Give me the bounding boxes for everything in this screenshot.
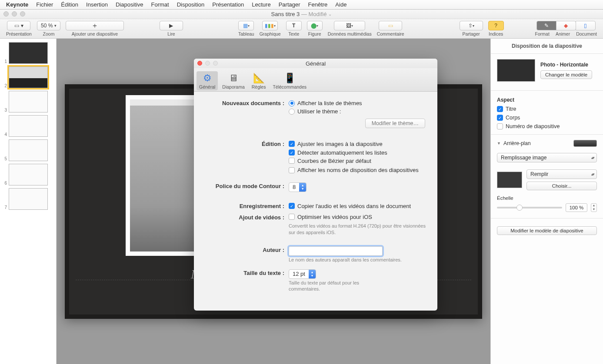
- text-size-label: Taille du texte :: [203, 269, 289, 276]
- adding-videos-label: Ajout de vidéos :: [203, 214, 289, 221]
- choose-image-button[interactable]: Choisir...: [526, 182, 597, 190]
- author-help: Le nom des auteurs apparaît dans les com…: [289, 257, 428, 263]
- text-button[interactable]: T: [286, 21, 302, 30]
- animate-panel-button[interactable]: ◆: [556, 21, 576, 30]
- fill-type-select[interactable]: Remplissage image▴▾: [497, 153, 597, 162]
- scale-stepper[interactable]: ▲▼: [591, 203, 597, 212]
- share-button[interactable]: ⇧ ▾: [460, 21, 483, 30]
- checkbox-icon[interactable]: [497, 123, 503, 129]
- menu-help[interactable]: Aide: [335, 1, 346, 8]
- add-slide-button[interactable]: ＋: [66, 21, 124, 30]
- layout-name: Photo - Horizontale: [540, 62, 597, 68]
- animate-label: Animer: [556, 31, 570, 36]
- title-chevron-icon[interactable]: ⌄: [328, 12, 332, 17]
- close-icon[interactable]: [3, 11, 9, 17]
- scale-slider[interactable]: [497, 207, 562, 208]
- tab-remotes[interactable]: 📱Télécommandes: [270, 71, 309, 90]
- checkbox-icon[interactable]: ✓: [497, 115, 503, 121]
- view-mode-button[interactable]: ▭ ▾: [7, 21, 30, 30]
- media-button[interactable]: 🖼 ▾: [334, 21, 365, 30]
- table-label: Tableau: [238, 31, 254, 36]
- monitor-icon: 🖥: [227, 72, 240, 84]
- play-label: Lire: [167, 31, 175, 36]
- adding-videos-help: Convertit les vidéos au format H.264 (72…: [289, 223, 428, 236]
- tab-rulers[interactable]: 📐Règles: [249, 71, 269, 90]
- slide-thumb-4[interactable]: 4: [0, 114, 56, 138]
- system-menubar[interactable]: Keynote Fichier Édition Insertion Diapos…: [0, 0, 603, 10]
- menu-slide[interactable]: Diapositive: [116, 1, 143, 8]
- checkbox-fit-images[interactable]: ✓Ajuster les images à la diapositive: [289, 141, 383, 147]
- outline-font-select[interactable]: 8▲▼: [289, 182, 306, 192]
- checkbox-bezier[interactable]: Courbes de Bézier par défaut: [289, 158, 371, 164]
- slide-thumb-5[interactable]: 5: [0, 138, 56, 162]
- background-disclosure[interactable]: ▼ Arrière-plan: [491, 138, 603, 149]
- scale-mode-select[interactable]: Remplir▴▾: [526, 169, 597, 179]
- dialog-titlebar[interactable]: Général: [194, 59, 437, 68]
- disclosure-triangle-icon[interactable]: ▼: [497, 141, 501, 146]
- minimize-icon[interactable]: [12, 11, 17, 17]
- menu-insert[interactable]: Insertion: [86, 1, 108, 8]
- modify-theme-button[interactable]: Modifier le thème…: [365, 119, 425, 128]
- format-panel-button[interactable]: ✎: [536, 21, 556, 30]
- checkbox-icon[interactable]: ✓: [497, 106, 503, 112]
- checkbox-optimize-videos[interactable]: Optimiser les vidéos pour iOS: [289, 214, 372, 220]
- slide-thumb-6[interactable]: 6: [0, 162, 56, 187]
- fullscreen-icon[interactable]: [20, 11, 25, 17]
- slide-navigator[interactable]: 1 2 3 4 5 6 7: [0, 39, 57, 364]
- title-checkbox-row[interactable]: ✓Titre: [491, 105, 603, 113]
- radio-show-theme-list[interactable]: Afficher la liste de thèmes: [289, 100, 362, 106]
- play-button[interactable]: ▶: [160, 21, 183, 30]
- edit-master-button[interactable]: Modifier le modèle de diapositive: [497, 226, 597, 235]
- change-layout-button[interactable]: Changer le modèle: [540, 70, 592, 79]
- body-checkbox-row[interactable]: ✓Corps: [491, 113, 603, 122]
- chart-label: Graphique: [260, 31, 281, 36]
- shape-button[interactable]: ⬤ ▾: [307, 21, 323, 30]
- window-traffic-lights[interactable]: [3, 11, 25, 17]
- comment-label: Commentaire: [377, 31, 404, 36]
- menu-file[interactable]: Fichier: [36, 1, 53, 8]
- chart-button[interactable]: ▮▮▮ ▾: [262, 21, 278, 30]
- text-size-select[interactable]: 12 pt▲▼: [289, 269, 316, 279]
- radio-use-theme[interactable]: Utiliser le thème :: [289, 108, 341, 115]
- share-label: Partager: [462, 31, 480, 36]
- tips-button[interactable]: ?: [488, 21, 504, 30]
- format-label: Format: [535, 31, 550, 36]
- media-label: Données multimédias: [328, 31, 372, 36]
- slide-thumb-7[interactable]: 7: [0, 187, 56, 211]
- main-toolbar: ▭ ▾ Présentation 50 % ▾ Zoom ＋ Ajouter u…: [0, 19, 603, 39]
- text-size-help: Taille du texte par défaut pour les comm…: [289, 280, 363, 293]
- menu-view[interactable]: Présentation: [212, 1, 244, 8]
- recording-label: Enregistrement :: [203, 202, 289, 209]
- dialog-close-icon[interactable]: [197, 61, 202, 66]
- menu-app[interactable]: Keynote: [6, 1, 28, 8]
- dialog-zoom-icon: [213, 61, 218, 66]
- author-input[interactable]: [289, 246, 383, 256]
- menu-edit[interactable]: Édition: [61, 1, 78, 8]
- tab-general[interactable]: ⚙︎Général: [197, 71, 218, 90]
- menu-arrange[interactable]: Disposition: [177, 1, 205, 8]
- table-button[interactable]: ▦ ▾: [238, 21, 254, 30]
- background-swatch[interactable]: [573, 140, 597, 147]
- slide-thumb-3[interactable]: 3: [0, 89, 56, 114]
- slide-thumb-1[interactable]: 1: [0, 41, 56, 65]
- menu-window[interactable]: Fenêtre: [308, 1, 328, 8]
- slide-number-checkbox-row[interactable]: Numéro de diapositive: [491, 122, 603, 131]
- text-label: Texte: [288, 31, 299, 36]
- comment-button[interactable]: ▭: [379, 21, 402, 30]
- document-label: Document: [576, 31, 597, 36]
- checkbox-detect-lists[interactable]: ✓Détecter automatiquement les listes: [289, 149, 387, 156]
- slide-thumb-2[interactable]: 2: [0, 65, 56, 89]
- menu-share[interactable]: Partager: [279, 1, 300, 8]
- zoom-button[interactable]: 50 % ▾: [37, 21, 60, 30]
- menu-format[interactable]: Format: [151, 1, 169, 8]
- scale-value-field[interactable]: 100 %: [566, 203, 587, 212]
- menu-play[interactable]: Lecture: [252, 1, 270, 8]
- slider-knob[interactable]: [516, 205, 523, 211]
- document-panel-button[interactable]: ▯: [576, 21, 596, 30]
- tab-slideshow[interactable]: 🖥Diaporama: [220, 71, 247, 90]
- window-titlebar: Sans titre 3 — Modifié ⌄: [0, 10, 603, 19]
- dialog-minimize-icon: [205, 61, 210, 66]
- checkbox-copy-av[interactable]: ✓Copier l'audio et les vidéos dans le do…: [289, 203, 411, 209]
- outline-font-label: Police du mode Contour :: [203, 182, 289, 189]
- checkbox-show-layout-names[interactable]: Afficher les noms de disposition des dia…: [289, 167, 419, 173]
